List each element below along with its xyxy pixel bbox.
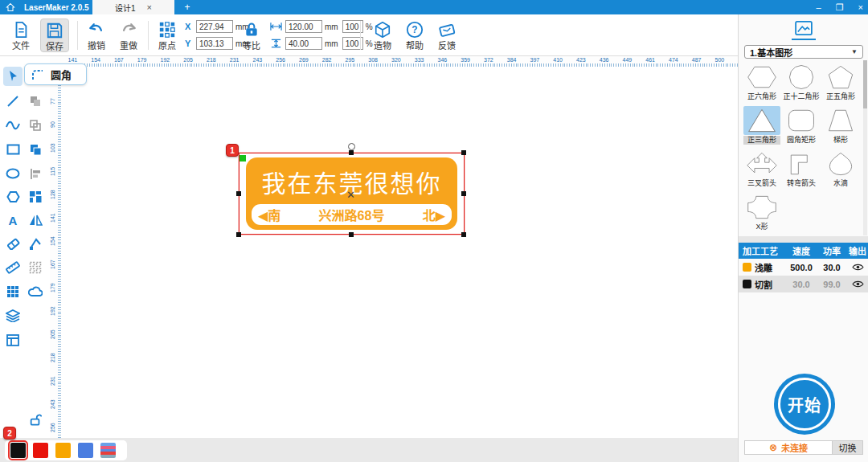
undo-button[interactable]: 撤销 (82, 18, 111, 52)
table-row-cut[interactable]: 切割 30.0 99.0 (739, 276, 868, 292)
new-tab-button[interactable]: + (180, 0, 194, 14)
redo-button[interactable]: 重做 (114, 18, 143, 52)
shape-category-dropdown[interactable]: 1.基本图形 ▼ (744, 45, 863, 59)
layout-tool[interactable] (3, 330, 23, 350)
file-icon (12, 21, 30, 39)
maximize-button[interactable]: ❐ (836, 2, 844, 13)
array-tool[interactable] (26, 187, 45, 206)
switch-device-button[interactable]: 切换 (833, 440, 863, 455)
shapes-scrollbar[interactable] (863, 60, 867, 235)
grid-icon (6, 285, 19, 298)
shape-three-fork-arrow[interactable]: 三叉箭头 (743, 149, 780, 188)
ruler-number: 90 (50, 113, 57, 137)
shape-trapezoid[interactable]: 梯形 (822, 106, 859, 145)
shape-turn-arrow[interactable]: 转弯箭头 (783, 149, 820, 188)
origin-button[interactable]: 原点 (153, 18, 182, 52)
annotation-badge-1: 1 (226, 144, 239, 157)
palette-swatch-orange[interactable] (55, 443, 71, 458)
ungroup-tool[interactable] (26, 116, 45, 135)
shape-water-drop[interactable]: 水滴 (822, 149, 859, 188)
selection-handle-topleft[interactable] (240, 155, 246, 161)
shape-triangle[interactable]: 正三角形 (743, 106, 780, 145)
align-tool[interactable] (26, 164, 45, 183)
minimize-button[interactable]: – (817, 2, 821, 12)
tab-title: 设计1 (115, 2, 136, 14)
selection-handle-bottom[interactable] (349, 232, 354, 237)
ruler-vertical: 6477901031151281411541671791922052182312… (50, 67, 61, 438)
layer-color-swatch (743, 263, 751, 272)
measure-tool[interactable] (3, 258, 23, 277)
tab-close-icon[interactable]: × (147, 2, 152, 12)
layers-tool[interactable] (3, 306, 23, 325)
selection-handle-right[interactable] (461, 191, 466, 196)
close-button[interactable]: × (858, 2, 863, 12)
scrollbar-thumb[interactable] (863, 60, 867, 108)
selection-handle-bottomleft[interactable] (236, 232, 241, 237)
palette-swatch-blue[interactable] (78, 443, 93, 458)
ruler-number: 346 (431, 56, 454, 67)
output-eye-icon[interactable] (846, 280, 868, 288)
ruler-number: 372 (477, 56, 501, 67)
file-button[interactable]: 文件 (6, 18, 35, 52)
group-tool[interactable] (26, 92, 45, 111)
text-tool[interactable]: A (3, 211, 23, 230)
ruler-icon (6, 261, 20, 274)
rotation-handle[interactable] (348, 143, 355, 150)
ellipse-tool[interactable] (3, 164, 23, 183)
eraser-tool[interactable] (3, 234, 23, 253)
table-row-engrave[interactable]: 浅雕 500.0 30.0 (739, 259, 868, 276)
selection-handle-left[interactable] (236, 191, 241, 196)
help-button[interactable]: ? 帮助 (400, 18, 429, 52)
tab-design1[interactable]: 设计1 × (92, 0, 174, 14)
design-canvas[interactable]: 我在东莞很想你 ◀南 兴洲路68号 北▶ ✕ 1 (61, 67, 738, 438)
curve-tool[interactable] (3, 116, 23, 135)
select-tool[interactable] (3, 67, 23, 86)
width-icon (270, 22, 283, 31)
graphics-library-tab[interactable] (792, 21, 816, 40)
grid-tool[interactable] (3, 282, 23, 301)
unlock-tool[interactable] (26, 410, 45, 429)
shape-rounded-rect[interactable]: 圆角矩形 (783, 106, 820, 145)
feedback-button[interactable]: 反馈 (432, 18, 461, 52)
output-eye-icon[interactable] (846, 263, 868, 272)
polygon-tool[interactable] (3, 187, 23, 206)
width-input[interactable]: 120.00 (285, 20, 322, 33)
height-icon (270, 39, 283, 48)
save-button[interactable]: 保存 (40, 18, 69, 52)
ruler-number: 397 (523, 56, 547, 67)
shape-pentagon[interactable]: 正五角形 (822, 63, 859, 101)
corner-radius-tooltip[interactable]: 圆角 (24, 63, 87, 85)
ruler-number: 243 (246, 56, 269, 67)
palette-swatch-black[interactable] (10, 443, 26, 458)
lock-icon (244, 21, 260, 39)
shape-x-form[interactable]: X形 (743, 193, 780, 231)
selection-handle-top[interactable] (349, 150, 354, 155)
pattern-tool[interactable] (26, 258, 45, 277)
process-table-header: 加工工艺 速度 功率 输出 (739, 243, 868, 259)
node-edit-tool[interactable] (26, 234, 45, 253)
x-input[interactable]: 227.94 (196, 20, 233, 33)
palette-swatch-multicolor[interactable] (100, 443, 116, 458)
mirror-tool[interactable] (26, 211, 45, 230)
y-input[interactable]: 103.13 (196, 37, 233, 50)
shape-hexagon[interactable]: 正六角形 (743, 63, 780, 101)
rectangle-tool[interactable] (3, 140, 23, 159)
ruler-number: 167 (108, 56, 131, 67)
start-button[interactable]: 开始 (774, 374, 835, 435)
y-label: Y (185, 39, 196, 48)
overlap-squares-icon (29, 95, 42, 108)
home-icon[interactable] (0, 2, 21, 12)
cloud-tool[interactable] (26, 282, 45, 301)
lock-ratio-button[interactable]: 等比 (237, 18, 266, 52)
shape-dodecagon[interactable]: 正十二角形 (783, 63, 820, 101)
palette-swatch-red[interactable] (33, 443, 48, 458)
line-tool[interactable] (3, 92, 23, 111)
selection-handle-bottomright[interactable] (461, 232, 466, 237)
object-center-mark: ✕ (346, 189, 355, 201)
build-button[interactable]: 造物 (368, 18, 397, 52)
selection-handle-topright[interactable] (461, 150, 466, 155)
ruler-number: 295 (338, 56, 362, 67)
height-input[interactable]: 40.00 (285, 37, 322, 50)
cursor-icon (6, 70, 19, 83)
weld-tool[interactable] (26, 140, 45, 159)
